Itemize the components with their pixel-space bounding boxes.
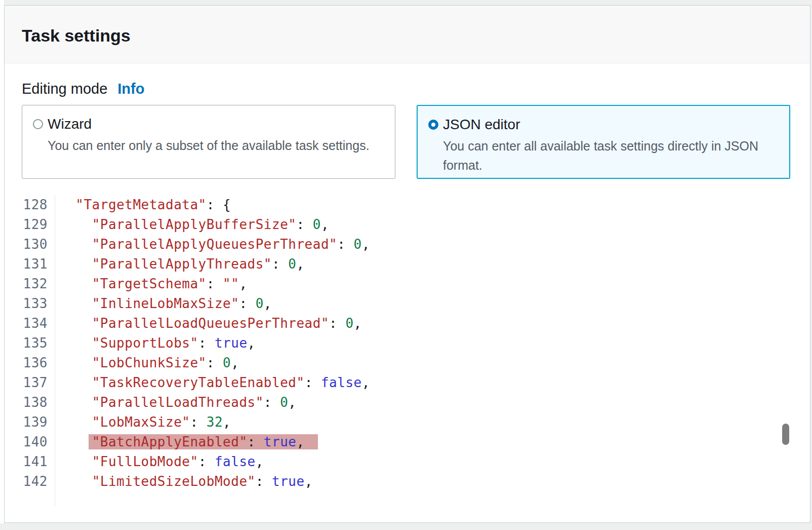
code-token: "LobMaxSize" <box>92 414 190 430</box>
code-token: : <box>296 217 312 232</box>
code-token: , <box>256 454 264 469</box>
editing-mode-label: Editing mode <box>22 81 107 97</box>
line-number: 140 <box>5 432 55 452</box>
code-text: "BatchApplyEnabled": true, <box>55 432 318 452</box>
code-line: 133 "InlineLobMaxSize": 0, <box>5 294 809 314</box>
editing-mode-row: Editing modeInfo <box>22 80 144 98</box>
scrollbar-thumb[interactable] <box>782 424 789 445</box>
line-number: 130 <box>5 235 55 254</box>
code-token: "" <box>223 276 239 291</box>
code-text: "ParallelApplyThreads": 0, <box>55 254 305 274</box>
code-token: false <box>321 375 362 390</box>
code-line: 130 "ParallelApplyQueuesPerThread": 0, <box>5 235 809 254</box>
code-line: 128 "TargetMetadata": { <box>5 195 809 215</box>
code-token: : <box>239 296 255 311</box>
code-token: : <box>264 395 280 410</box>
panel-header: Task settings <box>5 6 810 63</box>
info-link[interactable]: Info <box>117 81 144 97</box>
line-number: 135 <box>5 333 55 353</box>
code-token: "ParallelApplyThreads" <box>92 256 272 272</box>
code-token: 32 <box>207 414 223 430</box>
code-text: "ParallelLoadThreads": 0, <box>55 393 296 412</box>
option-card-wizard[interactable]: Wizard You can enter only a subset of th… <box>22 105 395 179</box>
code-line: 139 "LobMaxSize": 32, <box>5 412 809 432</box>
code-token: : <box>256 474 272 489</box>
line-number: 136 <box>5 353 55 373</box>
json-editor-radio-button[interactable] <box>428 120 438 130</box>
code-line: 131 "ParallelApplyThreads": 0, <box>5 254 809 274</box>
line-number: 131 <box>5 254 55 274</box>
code-token: true <box>264 434 297 449</box>
code-token: true <box>272 474 305 489</box>
code-text: "LimitedSizeLobMode": true, <box>55 472 313 491</box>
code-token: 0 <box>345 316 353 331</box>
code-token: , <box>288 395 296 410</box>
code-text: "SupportLobs": true, <box>55 333 256 353</box>
code-token: : <box>305 375 321 390</box>
code-token: "SupportLobs" <box>92 335 198 351</box>
code-text: "TargetSchema": "", <box>55 274 248 294</box>
line-number: 132 <box>5 274 55 294</box>
code-text: "TargetMetadata": { <box>55 195 231 215</box>
code-line: 129 "ParallelApplyBufferSize": 0, <box>5 215 809 235</box>
wizard-label: Wizard <box>48 117 385 132</box>
code-token: false <box>215 454 256 469</box>
code-line: 132 "TargetSchema": "", <box>5 274 809 294</box>
code-token: , <box>362 237 370 252</box>
code-token: true <box>215 335 248 351</box>
code-token: "ParallelLoadThreads" <box>92 395 264 410</box>
line-number: 141 <box>5 452 55 472</box>
code-token: : <box>198 454 215 469</box>
code-text: "LobChunkSize": 0, <box>55 353 239 373</box>
code-token: : <box>207 197 223 212</box>
line-number: 137 <box>5 373 55 393</box>
code-token: "ParallelApplyQueuesPerThread" <box>92 237 338 252</box>
wizard-radio-button[interactable] <box>33 119 43 129</box>
code-token: , <box>354 316 362 331</box>
code-line: 136 "LobChunkSize": 0, <box>5 353 809 373</box>
json-editor-description: You can enter all available task setting… <box>443 136 779 175</box>
line-number: 129 <box>5 215 55 235</box>
line-number: 142 <box>5 472 55 491</box>
code-token: : <box>198 335 215 351</box>
code-token: "ParallelApplyBufferSize" <box>92 217 297 232</box>
code-token: , <box>296 434 304 449</box>
code-token: : <box>248 434 264 449</box>
code-line-tail <box>5 491 809 507</box>
task-settings-panel: Task settings Editing modeInfo Wizard Yo… <box>4 5 810 523</box>
editing-mode-options: Wizard You can enter only a subset of th… <box>22 105 790 179</box>
code-token: "TargetMetadata" <box>75 197 206 212</box>
code-token: : <box>190 414 206 430</box>
code-text: "TaskRecoveryTableEnabled": false, <box>55 373 370 393</box>
code-token: "FullLobMode" <box>92 454 198 469</box>
code-token: , <box>264 296 272 311</box>
code-text: "LobMaxSize": 32, <box>55 412 231 432</box>
code-line: 140 "BatchApplyEnabled": true, <box>5 432 809 452</box>
code-token: "TargetSchema" <box>92 276 207 291</box>
line-number: 128 <box>5 195 55 215</box>
code-token: { <box>223 197 231 212</box>
highlighted-code: "BatchApplyEnabled": true, <box>89 434 318 449</box>
code-line: 138 "ParallelLoadThreads": 0, <box>5 393 809 412</box>
code-text: "ParallelApplyQueuesPerThread": 0, <box>55 235 370 254</box>
code-token: 0 <box>223 355 231 370</box>
option-card-json-editor[interactable]: JSON editor You can enter all available … <box>417 105 790 179</box>
line-number: 133 <box>5 294 55 314</box>
line-number <box>5 491 55 507</box>
code-token: : <box>207 355 223 370</box>
code-token: 0 <box>354 237 362 252</box>
wizard-description: You can enter only a subset of the avail… <box>48 136 385 155</box>
code-token: , <box>231 355 239 370</box>
code-line: 134 "ParallelLoadQueuesPerThread": 0, <box>5 314 809 333</box>
code-line: 141 "FullLobMode": false, <box>5 452 809 472</box>
code-token: , <box>248 335 256 351</box>
code-token: 0 <box>313 217 321 232</box>
code-line: 135 "SupportLobs": true, <box>5 333 809 353</box>
code-token: 0 <box>256 296 264 311</box>
code-text: "ParallelApplyBufferSize": 0, <box>55 215 329 235</box>
code-token: "InlineLobMaxSize" <box>92 296 239 311</box>
line-number: 139 <box>5 412 55 432</box>
code-token: , <box>305 474 313 489</box>
code-token: "TaskRecoveryTableEnabled" <box>92 375 305 390</box>
json-code-editor[interactable]: 128 "TargetMetadata": {129 "ParallelAppl… <box>5 195 809 507</box>
